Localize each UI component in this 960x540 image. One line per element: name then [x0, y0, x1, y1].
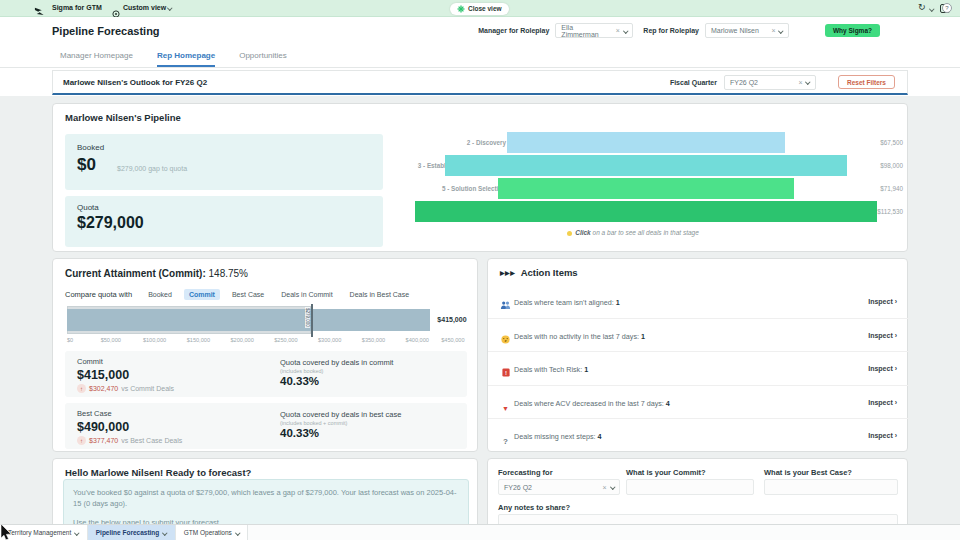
funnel-stage-value: $67,500: [880, 139, 903, 146]
fiscal-quarter-select[interactable]: FY26 Q2 ×: [724, 75, 816, 90]
quota-marker-line: [311, 304, 313, 337]
axis-tick-label: $150,000: [187, 337, 210, 343]
notes-label: Any notes to share?: [498, 503, 570, 512]
tab-manager-homepage[interactable]: Manager Homepage: [60, 45, 133, 67]
arrow-up-icon: ↑: [77, 436, 86, 445]
chevron-down-icon[interactable]: [235, 530, 240, 535]
funnel-stage-value: $112,530: [877, 208, 903, 215]
clear-icon[interactable]: ×: [771, 27, 775, 34]
chevron-down-icon[interactable]: [610, 485, 615, 490]
compare-option-deals-in-best-case[interactable]: Deals in Best Case: [345, 289, 415, 300]
page-tab-pipeline-forecasting[interactable]: Pipeline Forecasting: [88, 525, 176, 540]
inspect-link[interactable]: Inspect ›: [868, 332, 897, 339]
page-title: Pipeline Forecasting: [52, 25, 160, 37]
refresh-chevron-icon[interactable]: [929, 6, 934, 11]
coverage-value: 40.33%: [280, 375, 319, 387]
axis-tick-label: $350,000: [362, 337, 385, 343]
reset-filters-button[interactable]: Reset Filters: [838, 75, 895, 89]
axis-tick-label: $0: [67, 337, 73, 343]
tech-risk-icon: !: [500, 363, 511, 381]
chevron-down-icon[interactable]: [167, 5, 172, 10]
chevron-down-icon[interactable]: [806, 80, 811, 85]
commit-input[interactable]: [626, 479, 754, 495]
pipeline-panel: Marlowe Nilsen's Pipeline Booked $0 $279…: [52, 103, 908, 252]
tab-rep-homepage[interactable]: Rep Homepage: [157, 45, 215, 67]
header-controls: Manager for Roleplay Ella Zimmerman × Re…: [478, 23, 880, 38]
funnel-bar-5-solution-selection[interactable]: [498, 178, 793, 199]
help-icon[interactable]: ?: [942, 3, 952, 13]
clear-icon[interactable]: ×: [616, 27, 620, 34]
action-items-list: Deals where team isn't aligned: 1Inspect…: [488, 285, 909, 451]
commit-bar-label: $415,000: [437, 316, 466, 323]
why-sigma-button[interactable]: Why Sigma?: [825, 24, 880, 37]
funnel-bar-3-establish-success-criteria[interactable]: [445, 155, 847, 176]
quota-marker-label: $279,000: [305, 307, 310, 328]
commit-question-label: What is your Commit?: [626, 468, 706, 477]
tab-opportunities[interactable]: Opportunities: [239, 45, 287, 67]
coverage-title: Quota covered by deals in best case: [280, 410, 401, 419]
compare-option-commit[interactable]: Commit: [184, 289, 220, 300]
booked-gap-text: $279,000 gap to quota: [117, 165, 187, 172]
quota-card: Quota $279,000: [65, 196, 383, 247]
inspect-link[interactable]: Inspect ›: [868, 298, 897, 305]
chevron-down-icon[interactable]: [75, 530, 80, 535]
forecasting-for-select[interactable]: FY26 Q2 ×: [498, 479, 620, 495]
coverage-subtitle: (includes booked + commit): [280, 420, 347, 426]
pipeline-funnel-chart: 2 - Discovery$67,5003 - Establish Succes…: [363, 132, 903, 224]
inspect-link[interactable]: Inspect ›: [868, 399, 897, 406]
pipeline-forecasting-screen: Sigma for GTM Custom view Close view ↻ P…: [0, 0, 960, 540]
coverage-value: 40.33%: [280, 427, 319, 439]
compare-options: Compare quota with BookedCommitBest Case…: [65, 289, 414, 300]
chevron-down-icon[interactable]: [623, 28, 628, 33]
custom-view-label[interactable]: Custom view: [123, 4, 166, 11]
axis-tick-label: $400,000: [406, 337, 429, 343]
sleep-icon: z: [500, 330, 511, 348]
funnel-stage-value: $98,000: [880, 162, 903, 169]
action-item-row: ▼Deals where ACV decreased in the last 7…: [488, 385, 909, 418]
attainment-x-axis: $0$50,000$100,000$150,000$200,000$250,00…: [53, 337, 479, 347]
action-item-text: Deals with Tech Risk: 1: [514, 365, 588, 374]
refresh-icon[interactable]: ↻: [918, 2, 926, 12]
clear-icon[interactable]: ×: [798, 79, 802, 86]
axis-tick-label: $50,000: [101, 337, 121, 343]
commit-bar[interactable]: [67, 309, 430, 331]
compare-option-booked[interactable]: Booked: [143, 289, 177, 300]
top-app-bar: Sigma for GTM Custom view Close view ↻: [0, 0, 960, 17]
chevron-down-icon[interactable]: [779, 28, 784, 33]
rep-roleplay-select[interactable]: Marlowe Nilsen ×: [705, 23, 789, 38]
inspect-link[interactable]: Inspect ›: [868, 432, 897, 439]
workbook-tabs: Manager HomepageRep HomepageOpportunitie…: [0, 45, 960, 68]
quota-value: $279,000: [77, 214, 144, 232]
team-icon: [500, 296, 511, 314]
page-tab-gtm-operations[interactable]: GTM Operations: [176, 525, 249, 540]
close-view-button[interactable]: Close view: [450, 3, 509, 15]
compare-label: Compare quota with: [65, 290, 132, 299]
arrow-up-icon: ↑: [77, 384, 86, 393]
best-case-input[interactable]: [764, 479, 898, 495]
funnel-stage-label: 2 - Discovery: [363, 139, 506, 146]
clear-icon[interactable]: ×: [602, 484, 606, 491]
metric-label: Commit: [77, 357, 103, 366]
outlook-bar: Marlowe Nilsen's Outlook for FY26 Q2 Fis…: [52, 70, 908, 95]
svg-text:!: !: [505, 370, 507, 376]
workbook-pages-bar: Territory ManagementPipeline Forecasting…: [0, 524, 960, 540]
coverage-title: Quota covered by deals in commit: [280, 358, 393, 367]
chevron-down-icon[interactable]: [163, 530, 168, 535]
funnel-stage-label: 5 - Solution Selection: [363, 185, 506, 192]
rep-roleplay-label: Rep for Roleplay: [643, 27, 699, 34]
inspect-link[interactable]: Inspect ›: [868, 365, 897, 372]
action-item-text: Deals with no activity in the last 7 day…: [514, 332, 645, 341]
funnel-bar-6-negotiation[interactable]: [415, 201, 877, 222]
compare-option-best-case[interactable]: Best Case: [227, 289, 269, 300]
action-item-text: Deals where team isn't aligned: 1: [514, 298, 620, 307]
action-item-row: !Deals with Tech Risk: 1Inspect ›: [488, 351, 909, 384]
action-items-panel: ▶▶▶ Action Items Deals where team isn't …: [487, 258, 908, 452]
manager-roleplay-select[interactable]: Ella Zimmerman ×: [555, 23, 633, 38]
coverage-subtitle: (includes booked): [280, 368, 323, 374]
funnel-bar-2-discovery[interactable]: [507, 132, 784, 153]
compare-option-deals-in-commit[interactable]: Deals in Commit: [276, 289, 337, 300]
axis-tick-label: $100,000: [143, 337, 166, 343]
app-name: Sigma for GTM: [52, 4, 102, 11]
booked-card: Booked $0 $279,000 gap to quota: [65, 134, 383, 190]
booked-label: Booked: [77, 143, 104, 152]
